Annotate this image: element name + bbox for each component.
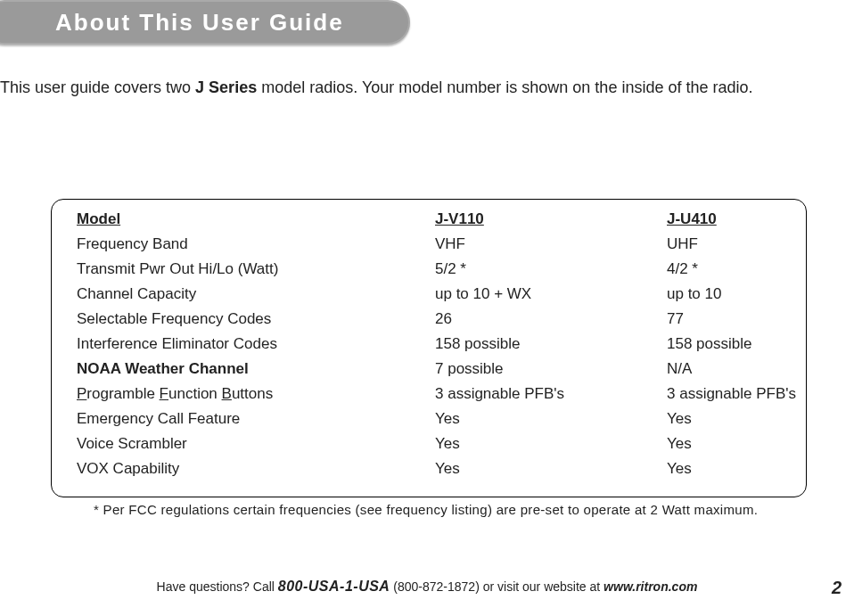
intro-paragraph: This user guide covers two J Series mode… <box>0 78 753 97</box>
row-col-a: VHF <box>435 232 667 257</box>
footer-prefix: Have questions? Call <box>157 579 278 594</box>
page-number: 2 <box>832 578 842 598</box>
row-col-b: Yes <box>667 431 806 456</box>
row-col-b: up to 10 <box>667 282 806 307</box>
header-col-a: J-V110 <box>435 207 667 232</box>
row-col-a: 7 possible <box>435 357 667 382</box>
header-col-b: J-U410 <box>667 207 806 232</box>
table-row: Transmit Pwr Out Hi/Lo (Watt)5/2 *4/2 * <box>52 257 806 282</box>
table-row: VOX CapabilityYesYes <box>52 456 806 481</box>
footer-site: www.ritron.com <box>604 579 697 594</box>
footer: Have questions? Call 800-USA-1-USA (800-… <box>0 579 854 595</box>
footer-phone-vanity: 800-USA-1-USA <box>278 579 390 594</box>
row-col-b: Yes <box>667 407 806 431</box>
intro-prefix: This user guide covers two <box>0 78 195 96</box>
row-label: Frequency Band <box>52 232 435 257</box>
row-label: Transmit Pwr Out Hi/Lo (Watt) <box>52 257 435 282</box>
row-col-b: UHF <box>667 232 806 257</box>
row-col-a: 5/2 * <box>435 257 667 282</box>
row-col-b: N/A <box>667 357 806 382</box>
row-col-b: Yes <box>667 456 806 481</box>
section-title: About This User Guide <box>55 9 344 37</box>
row-label: Channel Capacity <box>52 282 435 307</box>
row-label: Interference Eliminator Codes <box>52 332 435 357</box>
intro-bold: J Series <box>195 78 257 96</box>
table-row: Channel Capacityup to 10 + WXup to 10 <box>52 282 806 307</box>
row-col-a: Yes <box>435 431 667 456</box>
footnote: * Per FCC regulations certain frequencie… <box>94 502 758 517</box>
footer-phone-paren: (800-872-1872) or visit our website at <box>390 579 604 594</box>
table-row: Programble Function Buttons3 assignable … <box>52 382 806 407</box>
intro-suffix: model radios. Your model number is shown… <box>257 78 752 96</box>
row-col-a: up to 10 + WX <box>435 282 667 307</box>
row-label: Programble Function Buttons <box>52 382 435 407</box>
header-label: Model <box>52 207 435 232</box>
table-row: Selectable Frequency Codes2677 <box>52 307 806 332</box>
row-col-a: 158 possible <box>435 332 667 357</box>
row-label: Voice Scrambler <box>52 431 435 456</box>
row-label: VOX Capability <box>52 456 435 481</box>
row-col-b: 3 assignable PFB's <box>667 382 806 407</box>
row-col-b: 4/2 * <box>667 257 806 282</box>
table-row: Frequency BandVHFUHF <box>52 232 806 257</box>
row-col-a: 3 assignable PFB's <box>435 382 667 407</box>
row-col-b: 77 <box>667 307 806 332</box>
table-row: Emergency Call FeatureYesYes <box>52 407 806 431</box>
row-col-a: Yes <box>435 407 667 431</box>
table-row: NOAA Weather Channel7 possibleN/A <box>52 357 806 382</box>
row-col-a: Yes <box>435 456 667 481</box>
row-label: Selectable Frequency Codes <box>52 307 435 332</box>
row-col-b: 158 possible <box>667 332 806 357</box>
section-title-pill: About This User Guide <box>0 0 410 45</box>
spec-table: Model J-V110 J-U410 Frequency BandVHFUHF… <box>51 199 807 497</box>
table-row: Interference Eliminator Codes158 possibl… <box>52 332 806 357</box>
table-row: Voice ScramblerYesYes <box>52 431 806 456</box>
row-col-a: 26 <box>435 307 667 332</box>
row-label: NOAA Weather Channel <box>52 357 435 382</box>
row-label: Emergency Call Feature <box>52 407 435 431</box>
table-header-row: Model J-V110 J-U410 <box>52 207 806 232</box>
